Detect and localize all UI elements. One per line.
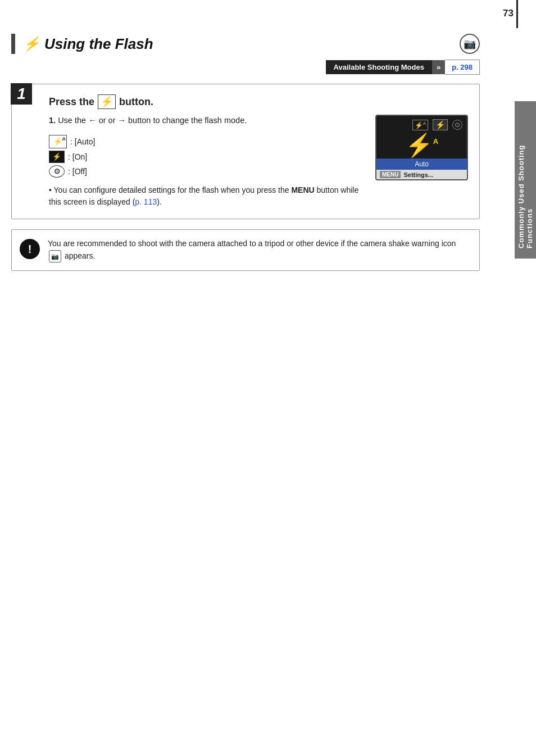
flash-icon-title: ⚡: [23, 36, 40, 52]
flash-off-label: : [Off]: [68, 167, 87, 176]
flash-options: ⚡A : [Auto] ⚡ : [On] ⊙ : [Off]: [49, 135, 364, 178]
side-tab: Commonly Used Shooting Functions: [515, 101, 536, 259]
step-section-1: 1 Press the ⚡ button. 1. Use the ← or or…: [11, 84, 480, 219]
flash-icon-step: ⚡: [98, 94, 116, 109]
flash-on-label: : [On]: [68, 152, 87, 161]
warning-text-before: You are recommended to shoot with the ca…: [48, 239, 456, 248]
or-text: or: [108, 116, 116, 125]
flash-option-auto: ⚡A : [Auto]: [49, 135, 364, 148]
flash-auto-badge: ⚡A: [49, 135, 67, 148]
camera-screen-middle: ⚡ A: [376, 132, 467, 159]
modes-arrow: »: [432, 60, 445, 74]
big-flash-label: A: [433, 137, 438, 146]
instruction-text: Use the ← or or → button to change the f…: [58, 116, 247, 125]
exclamation-icon: !: [28, 243, 32, 256]
camera-screen-mockup: ⚡A ⚡ ⊙ ⚡ A Auto MENU Settings...: [375, 115, 468, 180]
flash-off-badge: ⊙: [49, 165, 65, 178]
flash-auto-label: : [Auto]: [70, 137, 95, 146]
warning-text: You are recommended to shoot with the ca…: [48, 238, 470, 262]
title-section: ⚡ Using the Flash 📷: [11, 34, 480, 54]
camera-screen-top: ⚡A ⚡ ⊙: [376, 116, 467, 132]
camera-icon: 📷: [460, 34, 480, 54]
step-title-prefix: Press the: [49, 96, 94, 108]
warning-icon: !: [20, 239, 40, 259]
cam-icon-off: ⊙: [452, 120, 462, 130]
step-text-area: 1. Use the ← or or → button to change th…: [49, 115, 364, 209]
modes-label: Available Shooting Modes: [326, 60, 432, 74]
main-content: ⚡ Using the Flash 📷 Available Shooting M…: [11, 0, 508, 271]
menu-text: Settings...: [403, 171, 433, 178]
camera-screen-menu: MENU Settings...: [376, 170, 467, 179]
page-title: ⚡ Using the Flash: [23, 35, 153, 53]
instruction-number: 1.: [49, 116, 56, 125]
menu-label: MENU: [380, 171, 401, 178]
arrow-right-icon: →: [118, 116, 126, 125]
cam-icon-on: ⚡: [433, 119, 448, 130]
step-content: Press the ⚡ button. 1. Use the ← or or →…: [49, 94, 468, 209]
flash-option-on: ⚡ : [On]: [49, 151, 364, 163]
step-title-suffix: button.: [119, 96, 153, 108]
arrow-left-icon: ←: [88, 116, 97, 125]
big-flash-icon: ⚡: [405, 134, 433, 156]
step-title: Press the ⚡ button.: [49, 94, 468, 109]
page-number-bar: [516, 0, 518, 28]
cam-icon-auto: ⚡A: [412, 120, 428, 130]
note-bullet: • You can configure detailed settings fo…: [49, 184, 364, 209]
step-body: 1. Use the ← or or → button to change th…: [49, 115, 468, 209]
warning-box: ! You are recommended to shoot with the …: [11, 229, 480, 271]
camera-screen-auto-label: Auto: [376, 159, 467, 170]
note-page-link[interactable]: p. 113: [135, 197, 157, 206]
modes-page-ref[interactable]: p. 298: [445, 60, 480, 75]
page-number: 73: [503, 8, 514, 19]
step-number: 1: [11, 83, 32, 105]
flash-on-badge: ⚡: [49, 151, 65, 163]
flash-option-off: ⊙ : [Off]: [49, 165, 364, 178]
warning-text-after: appears.: [65, 251, 95, 260]
camera-shake-icon: 📷: [49, 250, 61, 262]
modes-bar: Available Shooting Modes » p. 298: [11, 60, 480, 75]
step-instruction: 1. Use the ← or or → button to change th…: [49, 115, 364, 127]
